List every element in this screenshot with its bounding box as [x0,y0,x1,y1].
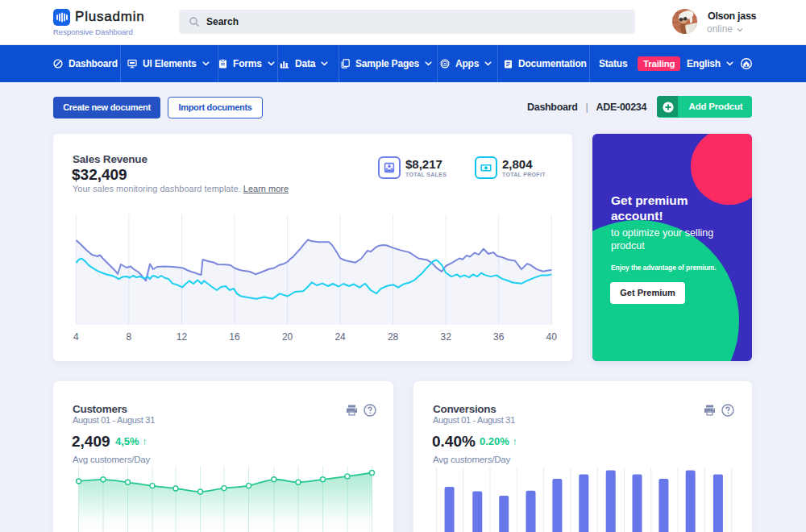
svg-text:40: 40 [546,331,558,343]
svg-text:4: 4 [73,331,79,343]
svg-text:28: 28 [388,331,399,343]
svg-text:20: 20 [282,331,293,343]
svg-text:8: 8 [127,331,132,343]
svg-text:12: 12 [177,331,188,343]
svg-text:32: 32 [441,331,452,343]
svg-text:24: 24 [334,331,346,343]
svg-text:16: 16 [229,331,240,343]
svg-text:36: 36 [493,331,505,343]
